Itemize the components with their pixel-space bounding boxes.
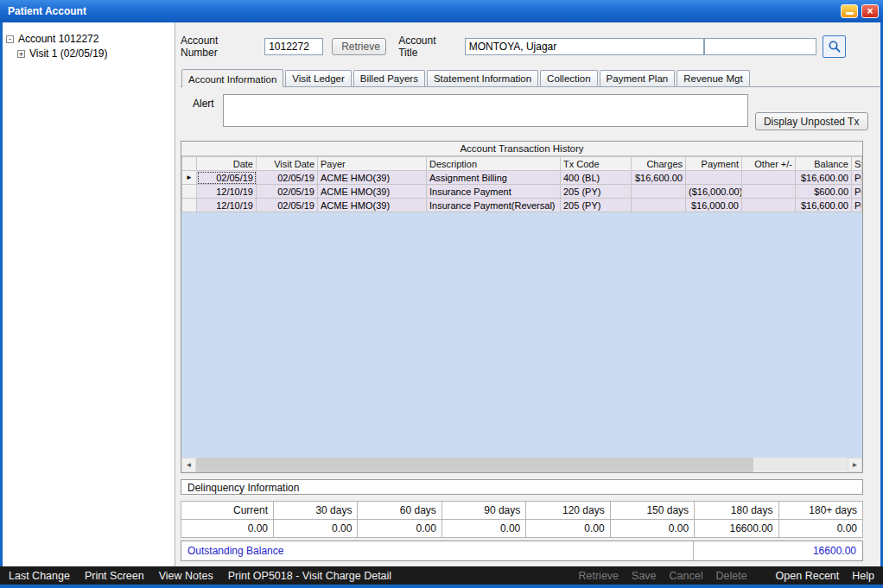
table-row[interactable]: ► 02/05/19 02/05/19 ACME HMO(39) Assignm… bbox=[182, 171, 862, 185]
delinq-val-180: 16600.00 bbox=[695, 520, 778, 538]
statusbar-action[interactable]: Print OP5018 - Visit Charge Detail bbox=[228, 570, 391, 582]
quick-search-group bbox=[704, 35, 846, 58]
tab-visit-ledger[interactable]: Visit Ledger bbox=[285, 70, 352, 86]
statusbar-left-actions: Last ChangePrint ScreenView NotesPrint O… bbox=[9, 570, 391, 582]
alert-row: Alert Display Unposted Tx bbox=[181, 94, 880, 134]
cell-status[interactable]: Po bbox=[852, 171, 862, 185]
cell-charges[interactable]: $16,600.00 bbox=[632, 171, 686, 185]
table-row[interactable]: 12/10/19 02/05/19 ACME HMO(39) Insurance… bbox=[182, 185, 862, 199]
tab-payment-plan[interactable]: Payment Plan bbox=[600, 70, 676, 86]
cell-balance[interactable]: $16,600.00 bbox=[796, 171, 852, 185]
cell-balance[interactable]: $16,600.00 bbox=[796, 199, 852, 212]
cell-date[interactable]: 02/05/19 bbox=[197, 171, 257, 185]
cell-payment[interactable]: $16,000.00 bbox=[686, 199, 742, 212]
column-header-charges[interactable]: Charges bbox=[632, 157, 686, 171]
table-empty-area bbox=[181, 212, 862, 458]
column-header-tx-code[interactable]: Tx Code bbox=[561, 157, 632, 171]
cell-visit-date[interactable]: 02/05/19 bbox=[257, 199, 318, 212]
delinquency-section-title: Delinquency Information bbox=[181, 479, 863, 495]
cell-payment[interactable]: ($16,000.00) bbox=[686, 185, 742, 199]
cell-date[interactable]: 12/10/19 bbox=[197, 199, 257, 212]
column-header-description[interactable]: Description bbox=[427, 157, 561, 171]
tree-item-visit[interactable]: + Visit 1 (02/05/19) bbox=[6, 47, 171, 60]
search-button[interactable] bbox=[823, 35, 846, 58]
row-selector-cell[interactable]: ► bbox=[182, 171, 197, 185]
column-header-visit-date[interactable]: Visit Date bbox=[257, 157, 318, 171]
cell-payment[interactable] bbox=[686, 171, 742, 185]
statusbar-action[interactable]: Open Recent bbox=[776, 570, 840, 582]
column-header-date[interactable]: Date bbox=[197, 157, 257, 171]
account-title-input[interactable] bbox=[465, 38, 704, 55]
scrollbar-track[interactable] bbox=[753, 458, 848, 472]
cell-charges[interactable] bbox=[632, 199, 686, 212]
delinq-val-90: 0.00 bbox=[442, 520, 525, 538]
close-button[interactable]: × bbox=[861, 4, 879, 18]
delinq-col-180: 180 days bbox=[695, 502, 778, 520]
tree-item-label[interactable]: Account 1012272 bbox=[18, 33, 98, 45]
outstanding-balance-value: 16600.00 bbox=[813, 545, 862, 557]
outstanding-balance-label: Outstanding Balance bbox=[181, 545, 693, 557]
tree-item-account[interactable]: - Account 1012272 bbox=[6, 33, 171, 45]
column-header-status[interactable]: Sta bbox=[852, 157, 862, 171]
statusbar-action[interactable]: Last Change bbox=[9, 570, 70, 582]
cell-status[interactable]: Po bbox=[852, 199, 862, 212]
cell-date[interactable]: 12/10/19 bbox=[197, 185, 257, 199]
cell-payer[interactable]: ACME HMO(39) bbox=[318, 199, 427, 212]
expand-expander-icon[interactable]: + bbox=[17, 50, 25, 58]
horizontal-scrollbar[interactable]: ◄ ► bbox=[181, 458, 862, 472]
scroll-left-icon[interactable]: ◄ bbox=[181, 458, 196, 472]
titlebar: Patient Account × bbox=[0, 0, 883, 22]
column-header-other[interactable]: Other +/- bbox=[742, 157, 796, 171]
column-header-payment[interactable]: Payment bbox=[686, 157, 742, 171]
minimize-button[interactable] bbox=[841, 4, 858, 18]
cell-tx-code[interactable]: 205 (PY) bbox=[561, 185, 632, 199]
cell-other[interactable] bbox=[742, 199, 796, 212]
statusbar-action[interactable]: View Notes bbox=[159, 570, 213, 582]
transaction-header-row: Date Visit Date Payer Description Tx Cod… bbox=[182, 157, 862, 171]
cell-description[interactable]: Assignment Billing bbox=[427, 171, 561, 185]
cell-other[interactable] bbox=[742, 171, 796, 185]
column-header-payer[interactable]: Payer bbox=[318, 157, 427, 171]
statusbar-action-disabled: Retrieve bbox=[579, 570, 619, 582]
delinquency-header-row: Current 30 days 60 days 90 days 120 days… bbox=[181, 502, 863, 520]
statusbar-action[interactable]: Help bbox=[852, 570, 874, 582]
cell-tx-code[interactable]: 205 (PY) bbox=[561, 199, 632, 212]
cell-description[interactable]: Insurance Payment bbox=[427, 185, 561, 199]
cell-tx-code[interactable]: 400 (BL) bbox=[561, 171, 632, 185]
delinq-val-120: 0.00 bbox=[526, 520, 610, 538]
statusbar-action[interactable]: Print Screen bbox=[85, 570, 144, 582]
tab-statement-information[interactable]: Statement Information bbox=[427, 70, 538, 86]
column-header-balance[interactable]: Balance bbox=[796, 157, 852, 171]
row-selector-cell[interactable] bbox=[182, 199, 197, 212]
cell-description[interactable]: Insurance Payment(Reversal) bbox=[427, 199, 561, 212]
cell-visit-date[interactable]: 02/05/19 bbox=[257, 171, 318, 185]
main-panel: Account Number Retrieve Account Title bbox=[175, 22, 880, 566]
tab-account-information[interactable]: Account Information bbox=[181, 69, 283, 87]
table-row[interactable]: 12/10/19 02/05/19 ACME HMO(39) Insurance… bbox=[182, 199, 862, 212]
cell-balance[interactable]: $600.00 bbox=[796, 185, 852, 199]
quick-search-input[interactable] bbox=[704, 38, 816, 55]
delinq-val-30: 0.00 bbox=[274, 520, 358, 538]
tab-billed-payers[interactable]: Billed Payers bbox=[353, 70, 425, 86]
statusbar-action-disabled: Save bbox=[632, 570, 657, 582]
display-unposted-tx-button[interactable]: Display Unposted Tx bbox=[755, 112, 868, 130]
tab-collection[interactable]: Collection bbox=[540, 70, 598, 86]
cell-other[interactable] bbox=[742, 185, 796, 199]
scroll-right-icon[interactable]: ► bbox=[848, 458, 862, 472]
cell-payer[interactable]: ACME HMO(39) bbox=[318, 185, 427, 199]
tab-revenue-mgt[interactable]: Revenue Mgt bbox=[677, 70, 749, 86]
retrieve-button[interactable]: Retrieve bbox=[332, 38, 386, 55]
delinq-col-90: 90 days bbox=[442, 502, 525, 520]
statusbar-action-disabled: Cancel bbox=[670, 570, 703, 582]
scrollbar-thumb[interactable] bbox=[196, 458, 753, 472]
collapse-expander-icon[interactable]: - bbox=[6, 35, 14, 43]
cell-visit-date[interactable]: 02/05/19 bbox=[257, 185, 318, 199]
cell-payer[interactable]: ACME HMO(39) bbox=[318, 171, 427, 185]
tree-item-label[interactable]: Visit 1 (02/05/19) bbox=[29, 47, 108, 60]
alert-label: Alert bbox=[193, 98, 214, 134]
account-number-input[interactable] bbox=[264, 38, 323, 55]
cell-status[interactable]: Po bbox=[852, 185, 862, 199]
row-selector-cell[interactable] bbox=[182, 185, 197, 199]
alert-textbox[interactable] bbox=[223, 94, 748, 127]
cell-charges[interactable] bbox=[632, 185, 686, 199]
